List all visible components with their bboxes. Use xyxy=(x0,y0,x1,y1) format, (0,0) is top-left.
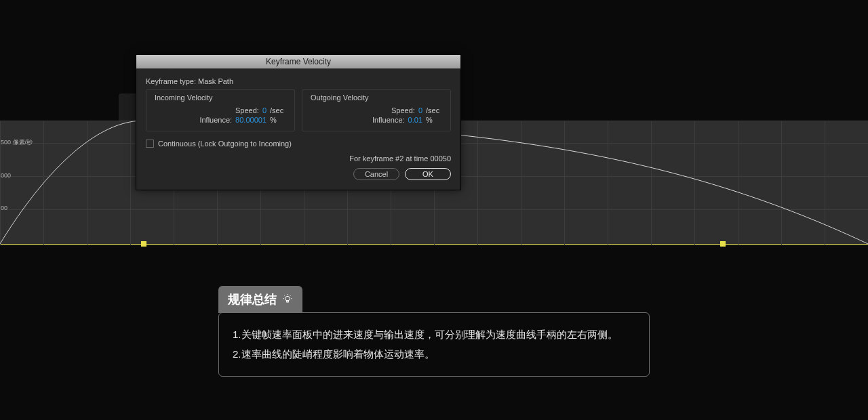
outgoing-influence-value[interactable]: 0.01 xyxy=(408,116,422,124)
summary-section: 规律总结 1.关键帧速率面板中的进来速度与输出速度，可分别理解为速度曲线手柄的左… xyxy=(218,286,650,377)
continuous-label: Continuous (Lock Outgoing to Incoming) xyxy=(158,140,292,148)
outgoing-title: Outgoing Velocity xyxy=(309,93,370,102)
lightbulb-icon xyxy=(282,294,293,305)
keyframe-velocity-dialog: Keyframe Velocity Keyframe type: Mask Pa… xyxy=(136,54,461,190)
incoming-title: Incoming Velocity xyxy=(153,93,214,102)
continuous-checkbox[interactable] xyxy=(146,140,154,148)
ok-button[interactable]: OK xyxy=(405,168,451,180)
outgoing-speed-value[interactable]: 0 xyxy=(418,106,422,114)
summary-line-1: 1.关键帧速率面板中的进来速度与输出速度，可分别理解为速度曲线手柄的左右两侧。 xyxy=(233,325,635,345)
dialog-title: Keyframe Velocity xyxy=(136,55,460,69)
keyframe-type: Keyframe type: Mask Path xyxy=(146,77,451,85)
summary-line-2: 2.速率曲线的陡峭程度影响着物体运动速率。 xyxy=(233,345,635,364)
incoming-influence-unit: % xyxy=(270,116,288,124)
summary-box: 1.关键帧速率面板中的进来速度与输出速度，可分别理解为速度曲线手柄的左右两侧。 … xyxy=(218,312,650,377)
keyframe-type-label: Keyframe type: xyxy=(146,77,196,85)
summary-pill-label: 规律总结 xyxy=(228,291,277,308)
incoming-speed-unit: /sec xyxy=(270,106,288,114)
keyframe-handle-1[interactable] xyxy=(141,241,146,247)
outgoing-influence-label: Influence: xyxy=(372,116,405,124)
keyframe-type-value: Mask Path xyxy=(198,77,233,85)
summary-pill: 规律总结 xyxy=(218,286,302,313)
incoming-speed-value[interactable]: 0 xyxy=(262,106,267,114)
svg-line-5 xyxy=(290,295,291,296)
incoming-velocity-group: Incoming Velocity Speed: 0 /sec Influenc… xyxy=(146,89,295,131)
outgoing-influence-unit: % xyxy=(426,116,443,124)
incoming-influence-value[interactable]: 80.00001 xyxy=(235,116,267,124)
svg-rect-6 xyxy=(287,301,289,302)
incoming-speed-label: Speed: xyxy=(235,106,259,114)
keyframe-info: For keyframe #2 at time 00050 xyxy=(146,154,451,163)
outgoing-speed-label: Speed: xyxy=(391,106,415,114)
keyframe-handle-2[interactable] xyxy=(720,241,726,247)
outgoing-velocity-group: Outgoing Velocity Speed: 0 /sec Influenc… xyxy=(302,89,451,131)
cancel-button[interactable]: Cancel xyxy=(353,168,399,180)
outgoing-speed-unit: /sec xyxy=(426,106,443,114)
svg-line-4 xyxy=(284,295,285,296)
svg-point-0 xyxy=(285,296,290,301)
incoming-influence-label: Influence: xyxy=(199,116,232,124)
